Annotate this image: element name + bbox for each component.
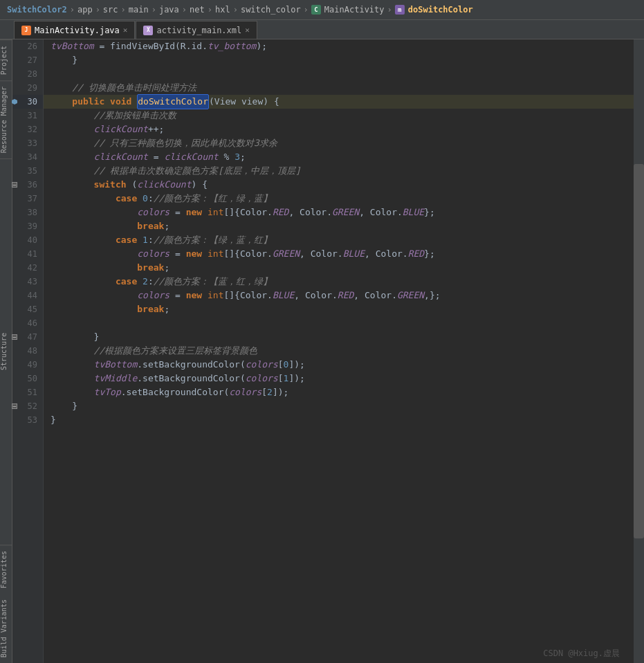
code-line-36: switch (clickCount) {	[44, 178, 634, 192]
code-line-27: }	[44, 53, 634, 67]
breadcrumb-hxl[interactable]: hxl	[215, 5, 230, 15]
line-26: 26	[12, 39, 43, 53]
line-42: 42	[12, 261, 43, 275]
code-line-30: public void doSwitchColor(View view) {	[44, 95, 634, 109]
code-line-43: case 2://颜色方案：【蓝，红，绿】	[44, 275, 634, 289]
line-30: 30	[12, 95, 43, 109]
line-37: 37	[12, 192, 43, 206]
code-line-39: break;	[44, 219, 634, 233]
line-34: 34	[12, 150, 43, 164]
tab-bar: J MainActivity.java ✕ X activity_main.xm…	[0, 20, 644, 39]
fold-marker-30[interactable]	[12, 99, 17, 105]
code-line-38: colors = new int[]{Color.RED, Color.GREE…	[44, 206, 634, 219]
scrollbar-track[interactable]	[634, 39, 644, 663]
line-35: 35	[12, 164, 43, 178]
line-number-gutter: 26 27 28 29 30 31 32 33 34 35 36 − 37 38…	[12, 39, 44, 663]
title-bar: SwitchColor2 › app › src › main › java ›…	[0, 0, 644, 20]
code-line-48: //根据颜色方案来设置三层标签背景颜色	[44, 344, 634, 358]
xml-file-icon: X	[143, 26, 153, 35]
breadcrumb-java[interactable]: java	[159, 5, 179, 15]
line-32: 32	[12, 122, 43, 136]
watermark: CSDN @Hxiug.虚晨	[543, 648, 620, 660]
code-area[interactable]: tvBottom = findViewById(R.id.tv_bottom);…	[44, 39, 634, 663]
code-line-51: tvTop.setBackgroundColor(colors[2]);	[44, 385, 634, 399]
line-52: 52 −	[12, 399, 43, 413]
line-28: 28	[12, 67, 43, 81]
breadcrumb-switch-color[interactable]: switch_color	[241, 5, 301, 15]
sidebar-build-variants[interactable]: Build Variants	[0, 594, 12, 663]
breadcrumb-doswitchcolor[interactable]: m doSwitchColor	[395, 5, 473, 15]
scrollbar-thumb[interactable]	[634, 164, 644, 538]
code-line-35: // 根据单击次数确定颜色方案[底层，中层，顶层]	[44, 164, 634, 178]
sidebar-resource-manager[interactable]: Resource Manager	[0, 80, 12, 158]
fold-icon-52[interactable]: −	[12, 403, 17, 409]
breadcrumb-main[interactable]: main	[129, 5, 149, 15]
line-29: 29	[12, 81, 43, 95]
line-51: 51	[12, 385, 43, 399]
tab-mainactivity[interactable]: J MainActivity.java ✕	[14, 21, 135, 39]
tab-xml-label: activity_main.xml	[156, 26, 241, 35]
line-53: 53	[12, 413, 43, 427]
line-39: 39	[12, 219, 43, 233]
line-47: 47 −	[12, 330, 43, 344]
line-36: 36 −	[12, 178, 43, 192]
code-line-40: case 1://颜色方案：【绿，蓝，红】	[44, 233, 634, 247]
breadcrumb-app[interactable]: app	[77, 5, 93, 15]
breadcrumb-net[interactable]: net	[190, 5, 205, 15]
fold-icon-47[interactable]: −	[12, 334, 17, 340]
tab-mainactivity-label: MainActivity.java	[35, 26, 120, 35]
code-line-47: }	[44, 330, 634, 344]
line-27: 27	[12, 53, 43, 67]
tab-activity-xml[interactable]: X activity_main.xml ✕	[136, 21, 257, 39]
code-line-37: case 0://颜色方案：【红，绿，蓝】	[44, 192, 634, 206]
breadcrumb-mainactivity[interactable]: C MainActivity	[311, 5, 385, 15]
code-line-53: }	[44, 413, 634, 427]
code-line-45: break;	[44, 302, 634, 316]
code-line-50: tvMiddle.setBackgroundColor(colors[1]);	[44, 372, 634, 385]
code-line-42: break;	[44, 261, 634, 275]
breadcrumb-project[interactable]: SwitchColor2	[7, 5, 67, 15]
code-line-26: tvBottom = findViewById(R.id.tv_bottom);	[44, 39, 634, 53]
line-50: 50	[12, 372, 43, 385]
line-31: 31	[12, 109, 43, 122]
java-file-icon: J	[21, 26, 31, 35]
code-line-33: // 只有三种颜色切换，因此单机次数对3求余	[44, 136, 634, 150]
code-line-46	[44, 316, 634, 330]
sidebar-project[interactable]: Project	[0, 39, 12, 80]
code-line-31: //累加按钮单击次数	[44, 109, 634, 122]
code-line-28	[44, 67, 634, 81]
code-line-52: }	[44, 399, 634, 413]
sidebar-structure[interactable]: Structure	[0, 158, 12, 544]
method-icon: m	[395, 5, 405, 15]
line-45: 45	[12, 302, 43, 316]
class-icon: C	[311, 5, 321, 15]
breadcrumb-src[interactable]: src	[103, 5, 118, 15]
code-line-44: colors = new int[]{Color.BLUE, Color.RED…	[44, 289, 634, 302]
code-lines: tvBottom = findViewById(R.id.tv_bottom);…	[44, 39, 634, 427]
tab-mainactivity-close[interactable]: ✕	[123, 26, 128, 35]
line-44: 44	[12, 289, 43, 302]
code-line-41: colors = new int[]{Color.GREEN, Color.BL…	[44, 247, 634, 261]
line-38: 38	[12, 206, 43, 219]
line-40: 40	[12, 233, 43, 247]
line-33: 33	[12, 136, 43, 150]
fold-icon-36[interactable]: −	[12, 182, 17, 188]
main-layout: Project Resource Manager Structure Favor…	[0, 39, 644, 663]
code-line-32: clickCount++;	[44, 122, 634, 136]
line-49: 49	[12, 358, 43, 372]
line-48: 48	[12, 344, 43, 358]
tab-xml-close[interactable]: ✕	[245, 26, 250, 35]
code-line-29: // 切换颜色单击时间处理方法	[44, 81, 634, 95]
line-43: 43	[12, 275, 43, 289]
line-46: 46	[12, 316, 43, 330]
sidebar-favorites[interactable]: Favorites	[0, 545, 12, 594]
line-41: 41	[12, 247, 43, 261]
code-line-34: clickCount = clickCount % 3;	[44, 150, 634, 164]
left-sidebar: Project Resource Manager Structure Favor…	[0, 39, 12, 663]
code-line-49: tvBottom.setBackgroundColor(colors[0]);	[44, 358, 634, 372]
